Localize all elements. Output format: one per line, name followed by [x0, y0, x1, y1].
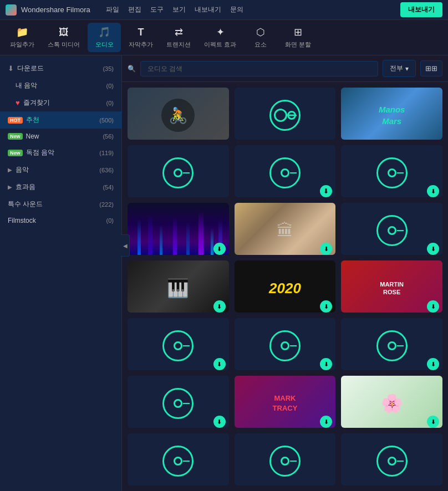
manos-text: Manos Mars [379, 104, 405, 127]
menu-file[interactable]: 파일 [106, 5, 119, 14]
title-bar: Wondershare Filmora 파일 편집 도구 보기 내보내기 문의 … [0, 0, 448, 20]
new-badge: New [8, 133, 23, 140]
toolbar-audio[interactable]: 🎵 오디오 [88, 23, 121, 52]
sidebar-exclusive-label: 독점 음악 [26, 148, 96, 157]
grid-item-epic-scifi[interactable]: ⬇ Epic Sci fi Trailer [341, 318, 442, 370]
sidebar-item-recommended[interactable]: HOT 추천 (500) [0, 111, 121, 129]
grid-view-button[interactable]: ⊞⊞ [420, 60, 442, 76]
new-badge-exclusive: New [8, 150, 23, 156]
grid-item-more2[interactable]: 💎 [235, 433, 336, 485]
sidebar-special-label: 특수 사운드 [8, 200, 96, 209]
toolbar: 📁 파일추가 🖼 스톡 미디어 🎵 오디오 T 자막추가 ⇄ 트랜지션 ✦ 이펙… [0, 20, 448, 55]
sidebar-recommended-count: (500) [99, 117, 114, 124]
sidebar-download-count: (35) [103, 65, 114, 72]
menu-view[interactable]: 보기 [172, 5, 186, 14]
search-bar: 🔍 전부 ▾ ⊞⊞ [122, 55, 448, 82]
effect-icon: ✦ [216, 26, 225, 38]
search-input[interactable] [140, 61, 378, 76]
grid-item-martin-rose[interactable]: MARTIN ROSE ⬇ Martin Rose - Riding On [341, 260, 442, 313]
grid-item-bright-audience[interactable]: ⬇ Bright Audience Cheering [341, 145, 442, 197]
sidebar-new-label: New [26, 132, 100, 140]
sidebar-new-count: (56) [103, 133, 114, 140]
audio-icon: 🎵 [98, 26, 110, 38]
sidebar-item-sound-effects[interactable]: ▶ 효과음 (54) [0, 178, 121, 196]
screen-split-icon: ⊞ [294, 26, 302, 38]
sidebar-special-count: (222) [99, 201, 114, 208]
grid-item-blue-city[interactable]: ⬇ Blue city lights [128, 203, 229, 255]
menu-tools[interactable]: 도구 [150, 5, 164, 14]
file-add-icon: 📁 [16, 26, 28, 38]
filter-button[interactable]: 전부 ▾ [383, 60, 416, 77]
sidebar-filmstock-label: Filmstock [8, 217, 103, 224]
grid-item-manos-mars[interactable]: Manos Mars Manos Mars - The Tunni... [341, 88, 442, 140]
hot-badge: HOT [8, 117, 23, 124]
grid-icon: ⊞⊞ [425, 64, 437, 73]
sidebar-item-filmstock[interactable]: Filmstock (0) [0, 213, 121, 228]
toolbar-effect[interactable]: ✦ 이펙트 효과 [198, 23, 242, 52]
sidebar-item-download[interactable]: ⬇ 다운로드 (35) [0, 60, 121, 77]
toolbar-screen-split[interactable]: ⊞ 화면 분할 [279, 23, 317, 52]
audio-grid: 🚴 Move On Blues F [122, 82, 448, 491]
sidebar-collapse-toggle[interactable]: ◀ [121, 234, 130, 257]
grid-item-fun-kids[interactable]: ⬇ Fun Kids upbeat [235, 145, 336, 197]
heart-icon: ♥ [16, 99, 20, 107]
sidebar: ⬇ 다운로드 (35) 내 음악 (0) ♥ 즐겨찾기 (0) HOT 추천 (… [0, 55, 122, 491]
music-arrow-icon: ▶ [8, 167, 12, 173]
toolbar-stock-label: 스톡 미디어 [48, 40, 80, 49]
toolbar-file-add-label: 파일추가 [10, 40, 34, 49]
grid-item-funny-cartoon[interactable]: ⬇ Funny Cartoon Click So... [235, 318, 336, 370]
main-layout: ⬇ 다운로드 (35) 내 음악 (0) ♥ 즐겨찾기 (0) HOT 추천 (… [0, 55, 448, 491]
search-icon: 🔍 [128, 65, 136, 73]
toolbar-element-label: 요소 [254, 40, 267, 49]
menu-edit[interactable]: 편집 [128, 5, 141, 14]
toolbar-element[interactable]: ⬡ 요소 [244, 23, 277, 52]
filter-label: 전부 [390, 64, 403, 73]
grid-item-ambient-ocean[interactable]: The Ambient Ocean [128, 145, 229, 197]
sidebar-item-new[interactable]: New New (56) [0, 129, 121, 144]
grid-item-more1[interactable] [128, 433, 229, 485]
sidebar-exclusive-count: (119) [99, 150, 114, 156]
grid-item-cartoon-click[interactable]: ⬇ Cartoon Click Sound 01 [341, 203, 442, 255]
sidebar-item-exclusive[interactable]: New 독점 음악 (119) [0, 144, 121, 161]
toolbar-effect-label: 이펙트 효과 [204, 40, 236, 49]
sidebar-item-music[interactable]: ▶ 음악 (636) [0, 161, 121, 178]
grid-item-blues-fun[interactable]: Blues Fun and Country [235, 88, 336, 140]
toolbar-transition[interactable]: ⇄ 트랜지션 [161, 23, 196, 52]
toolbar-subtitle-label: 자막추가 [129, 40, 153, 49]
subtitle-icon: T [138, 27, 144, 38]
grid-item-mark-tracy[interactable]: MARK TRACY ⬇ Mark Tracy - Keep On [235, 376, 336, 428]
sidebar-item-special-sound[interactable]: 특수 사운드 (222) [0, 196, 121, 213]
toolbar-file-add[interactable]: 📁 파일추가 [4, 23, 40, 52]
toolbar-audio-label: 오디오 [95, 40, 114, 49]
stock-media-icon: 🖼 [59, 27, 69, 38]
grid-item-trip-roma[interactable]: 🏛 ⬇ Trip to roma [235, 203, 336, 255]
element-icon: ⬡ [256, 26, 265, 38]
export-button[interactable]: 내보내기 [400, 2, 442, 17]
sidebar-download-label: 다운로드 [17, 64, 99, 73]
grid-item-45[interactable]: 🌸 ⬇ 45 [341, 376, 442, 428]
sfx-arrow-icon: ▶ [8, 184, 12, 190]
menu-export[interactable]: 내보내기 [195, 5, 221, 14]
toolbar-subtitle[interactable]: T 자막추가 [123, 23, 159, 52]
sidebar-item-my-music[interactable]: 내 음악 (0) [0, 77, 121, 94]
download-icon: ⬇ [8, 64, 14, 73]
grid-item-2020[interactable]: 2020 ⬇ 2020 [235, 260, 336, 313]
sidebar-my-music-count: (0) [106, 83, 114, 89]
grid-item-move-on[interactable]: 🚴 Move On [128, 88, 229, 140]
sidebar-my-music-label: 내 음악 [16, 81, 103, 90]
toolbar-stock-media[interactable]: 🖼 스톡 미디어 [42, 23, 85, 52]
app-icon [6, 4, 17, 16]
toolbar-screen-split-label: 화면 분할 [285, 40, 311, 49]
grid-item-a-story[interactable]: 🎹 ⬇ A Story [128, 260, 229, 313]
sidebar-favorites-count: (0) [106, 100, 114, 106]
menu-bar: 파일 편집 도구 보기 내보내기 문의 [106, 5, 243, 14]
sidebar-filmstock-count: (0) [106, 217, 114, 224]
sidebar-item-favorites[interactable]: ♥ 즐겨찾기 (0) [0, 94, 121, 111]
menu-help[interactable]: 문의 [230, 5, 243, 14]
sidebar-sfx-count: (54) [103, 184, 114, 191]
sidebar-music-count: (636) [99, 167, 114, 173]
grid-item-hiphop-promo[interactable]: ⬇ HipHop Style Promo [128, 376, 229, 428]
sidebar-favorites-label: 즐겨찾기 [23, 98, 103, 108]
grid-item-more3[interactable] [341, 433, 442, 485]
grid-item-ambient-timelapse[interactable]: ⬇ Ambient Timelapse Sou... [128, 318, 229, 370]
